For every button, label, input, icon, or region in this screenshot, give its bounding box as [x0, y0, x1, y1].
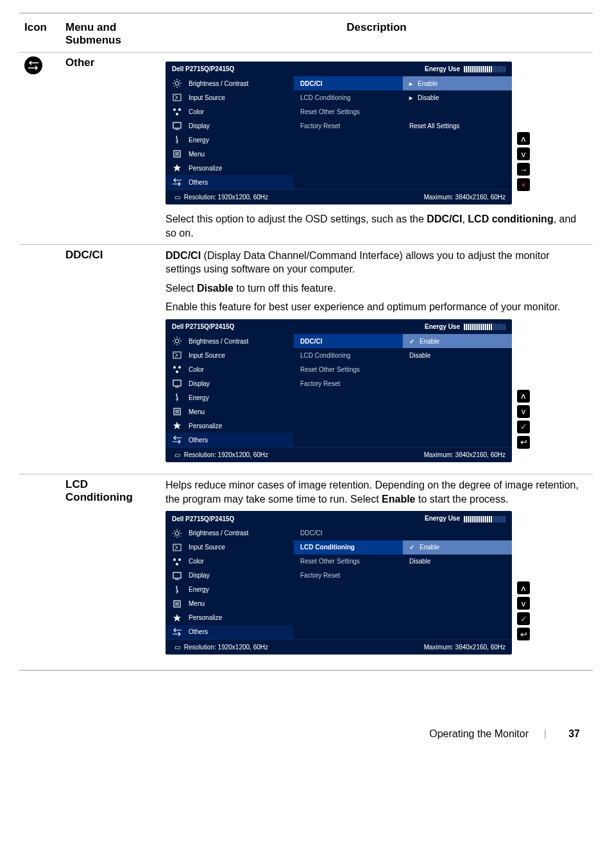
osd-mid-blank: [294, 161, 403, 175]
monitor-icon: ▭: [172, 644, 182, 651]
osd-menu-label: Brightness / Contrast: [189, 530, 248, 537]
osd-menu-item[interactable]: Personalize: [166, 611, 294, 625]
osd-side-button[interactable]: ʌ: [517, 132, 530, 145]
osd-menu-label: Input Source: [189, 94, 225, 101]
svg-line-8: [180, 86, 181, 87]
osd-mid-blank: [294, 433, 403, 447]
osd-side-button[interactable]: ↩: [517, 436, 530, 449]
svg-line-7: [174, 80, 175, 81]
osd-right-blank: [403, 597, 512, 611]
osd-menu-item[interactable]: Energy: [166, 390, 294, 405]
osd-mid-item[interactable]: LCD Conditioning: [294, 90, 403, 104]
osd-right-item[interactable]: ▸Disable: [403, 90, 512, 104]
osd-menu-label: Others: [189, 628, 208, 635]
osd-mid-item[interactable]: Factory Reset: [294, 569, 403, 583]
osd-menu-item[interactable]: Display: [166, 569, 294, 583]
osd-menu-item[interactable]: Menu: [166, 147, 294, 161]
osd-menu-item[interactable]: Display: [166, 376, 294, 390]
osd-side-button[interactable]: ×: [517, 178, 530, 191]
osd-menu-item[interactable]: Input Source: [166, 540, 294, 555]
osd-right-item[interactable]: ▸Enable: [403, 76, 512, 90]
osd-mid-item[interactable]: LCD Conditioning: [294, 540, 403, 555]
svg-rect-37: [173, 380, 181, 386]
osd-menu-item[interactable]: Menu: [166, 597, 294, 611]
osd-mid-blank: [294, 583, 403, 597]
footer-title: Operating the Monitor: [429, 728, 529, 740]
osd-side-button[interactable]: v: [517, 405, 530, 418]
osd-menu-icon: [172, 350, 182, 360]
svg-point-35: [178, 366, 181, 369]
osd-title: Dell P2715Q/P2415Q: [172, 515, 234, 522]
osd-menu-item[interactable]: Color: [166, 104, 294, 119]
osd-menu-icon: [172, 78, 182, 88]
col-desc-header: Description: [160, 17, 593, 53]
row-other-name: Other: [65, 56, 155, 69]
osd-ddcci: Dell P2715Q/P2415QEnergy UseBrightness /…: [166, 319, 588, 462]
osd-right-item[interactable]: ✓Enable: [403, 540, 512, 555]
osd-side-button[interactable]: ʌ: [517, 390, 530, 403]
osd-side-button[interactable]: v: [517, 597, 530, 610]
osd-menu-item[interactable]: Color: [166, 362, 294, 376]
osd-menu-item[interactable]: Others: [166, 175, 294, 189]
osd-right-blank: [403, 133, 512, 147]
osd-mid-item[interactable]: Factory Reset: [294, 376, 403, 390]
osd-mid-item[interactable]: LCD Conditioning: [294, 348, 403, 362]
osd-menu-item[interactable]: Energy: [166, 583, 294, 597]
osd-menu-icon: [172, 135, 182, 145]
osd-menu-icon: [172, 556, 182, 567]
osd-menu-item[interactable]: Brightness / Contrast: [166, 334, 294, 348]
osd-menu-item[interactable]: Others: [166, 625, 294, 639]
osd-menu-icon: [172, 613, 182, 623]
osd-menu-item[interactable]: Input Source: [166, 348, 294, 362]
tri-icon: ▸: [409, 80, 412, 87]
osd-mid-item[interactable]: Reset Other Settings: [294, 555, 403, 569]
osd-menu-item[interactable]: Energy: [166, 133, 294, 147]
osd-mid-item[interactable]: DDC/CI: [294, 76, 403, 90]
svg-line-30: [180, 344, 181, 345]
osd-side-button[interactable]: →: [517, 163, 530, 176]
osd-right-blank: [403, 147, 512, 161]
svg-point-34: [173, 366, 176, 369]
osd-right-item[interactable]: Disable: [403, 348, 512, 362]
osd-mid-blank: [294, 611, 403, 625]
osd-menu-item[interactable]: Personalize: [166, 419, 294, 433]
osd-menu-label: Color: [189, 108, 204, 115]
osd-menu-item[interactable]: Display: [166, 119, 294, 133]
osd-menu-label: Personalize: [189, 614, 222, 621]
svg-marker-43: [173, 422, 181, 430]
osd-menu-item[interactable]: Input Source: [166, 90, 294, 104]
osd-mid-item[interactable]: DDC/CI: [294, 526, 403, 540]
osd-mid-item[interactable]: Reset Other Settings: [294, 104, 403, 119]
osd-mid-item[interactable]: Factory Reset: [294, 119, 403, 133]
tri-icon: ▸: [409, 94, 412, 101]
osd-menu-item[interactable]: Color: [166, 555, 294, 569]
osd-menu-item[interactable]: Menu: [166, 405, 294, 419]
svg-line-32: [180, 338, 181, 339]
svg-line-54: [180, 530, 181, 531]
osd-side-button[interactable]: ✓: [517, 612, 530, 625]
osd-menu-label: Energy: [189, 137, 209, 144]
osd-resolution: Resolution: 1920x1200, 60Hz: [184, 451, 268, 458]
osd-menu-label: Input Source: [189, 352, 225, 359]
other-icon: [24, 56, 42, 74]
osd-right-item[interactable]: ✓Enable: [403, 334, 512, 348]
osd-energy-label: Energy Use: [425, 65, 460, 72]
row-ddcci-desc: DDC/CI (Display Data Channel/Command Int…: [166, 249, 588, 314]
osd-right-item[interactable]: Reset All Settings: [403, 119, 512, 133]
osd-right-item[interactable]: Disable: [403, 555, 512, 569]
osd-right-blank: [403, 405, 512, 419]
osd-menu-item[interactable]: Others: [166, 433, 294, 447]
osd-menu-item[interactable]: Personalize: [166, 161, 294, 175]
osd-mid-blank: [294, 419, 403, 433]
osd-mid-item[interactable]: DDC/CI: [294, 334, 403, 348]
osd-side-button[interactable]: v: [517, 147, 530, 160]
osd-mid-item[interactable]: Reset Other Settings: [294, 362, 403, 376]
osd-side-button[interactable]: ʌ: [517, 581, 530, 594]
osd-side-button[interactable]: ✓: [517, 421, 530, 433]
osd-menu-item[interactable]: Brightness / Contrast: [166, 526, 294, 540]
osd-menu-item[interactable]: Brightness / Contrast: [166, 76, 294, 90]
osd-mid-blank: [294, 405, 403, 419]
osd-menu-icon: [172, 528, 182, 538]
osd-menu-icon: [172, 585, 182, 595]
osd-side-button[interactable]: ↩: [517, 628, 530, 640]
